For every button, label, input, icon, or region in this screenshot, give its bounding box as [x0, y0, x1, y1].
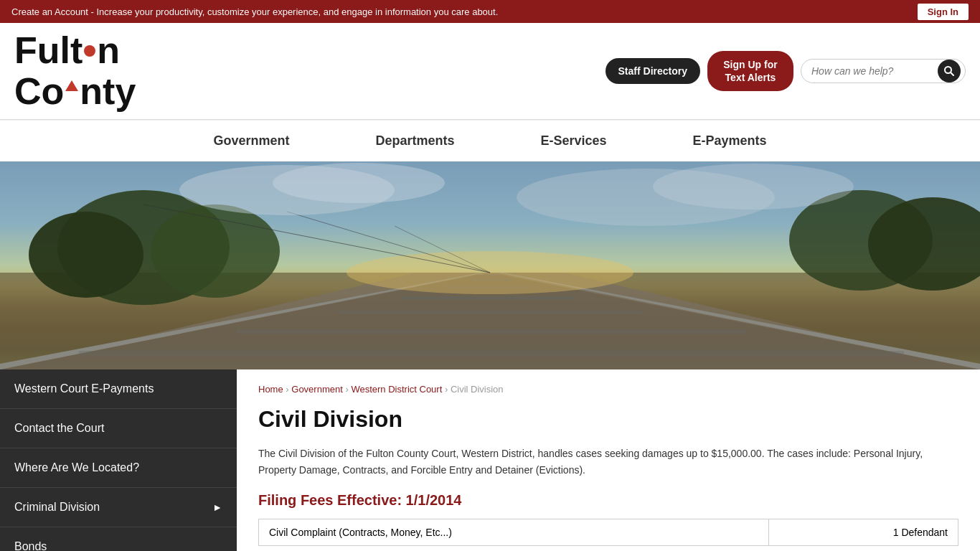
chevron-right-icon: ► — [212, 501, 222, 513]
breadcrumb-government[interactable]: Government — [291, 384, 343, 395]
logo-fulton-n: n — [97, 30, 120, 71]
hero-svg — [0, 161, 980, 369]
breadcrumb-sep3: › — [445, 384, 451, 395]
table-cell-label: Civil Complaint (Contracts, Money, Etc..… — [259, 519, 769, 546]
logo-triangle-icon — [65, 80, 78, 91]
page-title: Civil Division — [258, 406, 958, 433]
header: F u l t n C o nty Staff Directory Sign U… — [0, 23, 980, 120]
logo-o-circle — [84, 45, 95, 57]
table-cell-value: 1 Defendant — [769, 519, 958, 546]
svg-point-27 — [653, 164, 854, 209]
table-row: Civil Complaint (Contracts, Money, Etc..… — [259, 519, 958, 546]
content-area: Home › Government › Western District Cou… — [237, 369, 980, 551]
logo-fulton-l: l — [60, 30, 70, 71]
sign-in-button[interactable]: Sign In — [918, 4, 969, 20]
header-buttons: Staff Directory Sign Up for Text Alerts — [606, 51, 966, 91]
search-input[interactable] — [811, 60, 933, 83]
search-icon — [943, 65, 955, 77]
staff-directory-button[interactable]: Staff Directory — [606, 58, 700, 84]
sidebar: Western Court E-Payments Contact the Cou… — [0, 369, 237, 551]
sidebar-item-bonds[interactable]: Bonds — [0, 527, 237, 551]
logo[interactable]: F u l t n C o nty — [14, 30, 147, 112]
logo-fulton-t: t — [70, 30, 83, 71]
main-nav: Government Departments E-Services E-Paym… — [0, 120, 980, 161]
sidebar-item-label: Criminal Division — [14, 501, 100, 514]
breadcrumb: Home › Government › Western District Cou… — [258, 384, 958, 395]
logo-county-c1: C — [14, 71, 42, 112]
nav-eservices[interactable]: E-Services — [497, 121, 649, 161]
nav-epayments[interactable]: E-Payments — [650, 121, 810, 161]
sidebar-item-label: Where Are We Located? — [14, 461, 139, 474]
breadcrumb-home[interactable]: Home — [258, 384, 283, 395]
breadcrumb-western-court[interactable]: Western District Court — [351, 384, 442, 395]
search-box — [801, 59, 966, 83]
logo-county-o: o — [42, 71, 65, 112]
sidebar-item-contact[interactable]: Contact the Court — [0, 409, 237, 448]
svg-point-16 — [29, 212, 143, 298]
main-content: Western Court E-Payments Contact the Cou… — [0, 369, 980, 551]
svg-line-1 — [951, 72, 953, 75]
top-bar: Create an Account - Increase your produc… — [0, 0, 980, 23]
breadcrumb-current: Civil Division — [451, 384, 504, 395]
sidebar-item-label: Western Court E-Payments — [14, 382, 154, 395]
nav-government[interactable]: Government — [170, 121, 332, 161]
filing-fees-table: Civil Complaint (Contracts, Money, Etc..… — [258, 519, 958, 546]
logo-fulton-u: u — [37, 30, 60, 71]
sidebar-item-label: Contact the Court — [14, 422, 104, 435]
sidebar-item-label: Bonds — [14, 540, 47, 551]
sidebar-item-located[interactable]: Where Are We Located? — [0, 448, 237, 488]
svg-point-25 — [273, 163, 445, 203]
logo-fulton-f: F — [14, 30, 37, 71]
hero-image — [0, 161, 980, 369]
page-description: The Civil Division of the Fulton County … — [258, 446, 947, 478]
logo-county-nty: nty — [80, 71, 136, 112]
sidebar-item-criminal[interactable]: Criminal Division ► — [0, 488, 237, 527]
text-alerts-button[interactable]: Sign Up for Text Alerts — [707, 51, 793, 91]
nav-departments[interactable]: Departments — [332, 121, 497, 161]
top-bar-message: Create an Account - Increase your produc… — [11, 6, 918, 17]
sidebar-item-western-epayments[interactable]: Western Court E-Payments — [0, 369, 237, 409]
filing-fees-title: Filing Fees Effective: 1/1/2014 — [258, 492, 958, 509]
search-button[interactable] — [938, 60, 961, 83]
